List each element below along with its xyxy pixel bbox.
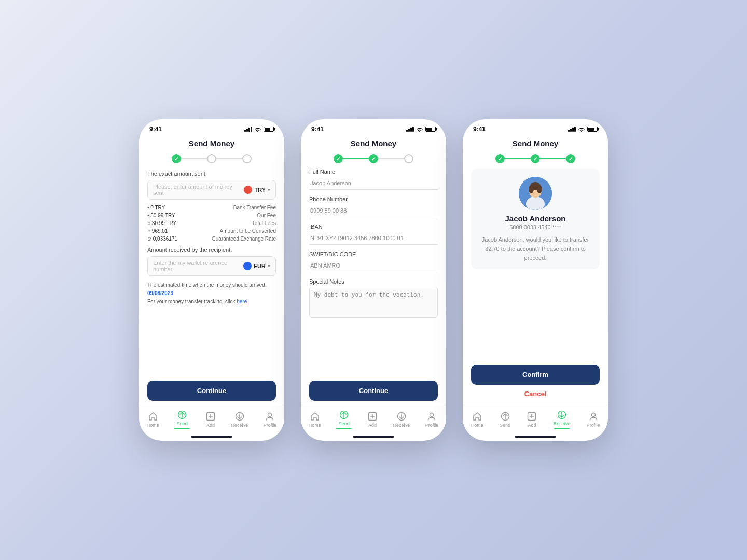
form-content-2: Full Name Phone Number IBAN SWIFT/BIC CO…	[301, 169, 446, 375]
nav-label-add-3: Add	[528, 423, 536, 428]
currency-badge-eur[interactable]: EUR ▾	[243, 262, 270, 270]
nav-add-2[interactable]: Add	[367, 411, 378, 428]
svg-point-7	[430, 413, 434, 417]
nav-profile-1[interactable]: Profile	[264, 411, 277, 428]
fee-value-2: Total Fees	[252, 220, 276, 226]
nav-label-home-1: Home	[147, 423, 159, 428]
nav-add-3[interactable]: Add	[527, 411, 537, 428]
svg-point-13	[537, 185, 542, 193]
fee-label-0: 0 TRY	[147, 205, 165, 211]
continue-button-2[interactable]: Continue	[309, 381, 438, 401]
step-2	[207, 154, 216, 163]
time-2: 9:41	[311, 125, 324, 133]
label-iban: IBAN	[309, 223, 438, 230]
nav-label-add-2: Add	[368, 423, 377, 428]
wifi-icon-3	[578, 127, 585, 132]
currency-badge-try[interactable]: TRY ▾	[244, 186, 270, 194]
nav-profile-3[interactable]: Profile	[587, 411, 600, 428]
field-notes: Special Notes My debt to you for the vac…	[309, 278, 438, 320]
avatar	[519, 177, 552, 210]
currency-try: TRY	[254, 187, 266, 193]
step-line-2	[216, 158, 242, 159]
input-phone[interactable]	[309, 204, 438, 217]
home-indicator-3	[515, 436, 556, 438]
input-swift[interactable]	[309, 259, 438, 272]
nav-receive-2[interactable]: Receive	[393, 411, 410, 428]
bottom-nav-1: Home Send Add	[139, 405, 284, 435]
wifi-icon	[254, 127, 261, 132]
form-content-1: The exact amount sent Please, enter amou…	[139, 169, 284, 375]
profile-icon-3	[588, 411, 599, 422]
nav-underline-2	[336, 428, 352, 429]
eur-flag	[243, 262, 252, 270]
nav-home-3[interactable]: Home	[471, 411, 483, 428]
step-3-2: ✓	[531, 154, 540, 163]
input-fullname[interactable]	[309, 177, 438, 190]
step-2-3	[404, 154, 413, 163]
recipient-placeholder: Enter the my wallet reference number	[153, 260, 243, 272]
bottom-nav-3: Home Send Add	[463, 405, 608, 435]
nav-label-home-2: Home	[309, 423, 321, 428]
confirm-account: 5800 0033 4540 ****	[509, 224, 561, 230]
nav-receive-3[interactable]: Receive	[554, 410, 571, 429]
status-icons-1	[244, 127, 274, 132]
fee-label-2: 30.99 TRY	[147, 220, 176, 226]
recipient-input-row[interactable]: Enter the my wallet reference number EUR…	[147, 256, 276, 276]
nav-send-2[interactable]: Send	[336, 410, 352, 429]
label-swift: SWIFT/BIC CODE	[309, 251, 438, 257]
step-1: ✓	[172, 154, 181, 163]
step-indicator-3: ✓ ✓ ✓	[463, 151, 608, 169]
nav-label-profile-3: Profile	[587, 423, 600, 428]
nav-add-1[interactable]: Add	[205, 411, 216, 428]
field-phone: Phone Number	[309, 196, 438, 217]
step-line-3-1	[505, 158, 531, 159]
add-icon-1	[205, 411, 216, 422]
profile-icon-2	[426, 411, 437, 422]
battery-icon-3	[587, 127, 598, 132]
step-2-2: ✓	[369, 154, 378, 163]
nav-label-home-3: Home	[471, 423, 483, 428]
wifi-icon-2	[416, 127, 423, 132]
nav-label-receive-3: Receive	[554, 421, 571, 426]
nav-label-send-1: Send	[177, 421, 188, 426]
home-indicator-2	[353, 436, 394, 438]
nav-label-send-3: Send	[500, 423, 510, 428]
status-icons-2	[406, 127, 436, 132]
confirm-button[interactable]: Confirm	[471, 365, 600, 385]
section2-label: Amount received by the recipient.	[147, 247, 276, 253]
phone-1: 9:41 Send Money ✓ The exact amount se	[139, 119, 284, 441]
form-content-3: Jacob Anderson 5800 0033 4540 **** Jacob…	[463, 169, 608, 360]
fee-row-0: 0 TRY Bank Transfer Fee	[147, 205, 276, 211]
fee-value-0: Bank Transfer Fee	[233, 205, 276, 211]
nav-home-1[interactable]: Home	[147, 411, 159, 428]
step-line-3-2	[540, 158, 566, 159]
receive-icon-2	[396, 411, 407, 422]
nav-label-profile-2: Profile	[425, 423, 439, 428]
estimated-date: 09/08/2023	[147, 290, 173, 296]
amount-input-row[interactable]: Please, enter amount of money sent TRY ▾	[147, 180, 276, 200]
fee-row-2: 30.99 TRY Total Fees	[147, 220, 276, 226]
nav-label-profile-1: Profile	[264, 423, 277, 428]
nav-home-2[interactable]: Home	[309, 411, 321, 428]
input-iban[interactable]	[309, 232, 438, 245]
fee-row-4: 0,0336171 Guaranteed Exchange Rate	[147, 236, 276, 242]
try-flag	[244, 186, 252, 194]
nav-send-3[interactable]: Send	[500, 411, 510, 428]
nav-send-1[interactable]: Send	[174, 410, 190, 429]
person-svg	[519, 177, 552, 210]
label-notes: Special Notes	[309, 278, 438, 285]
nav-receive-1[interactable]: Receive	[231, 411, 248, 428]
continue-button-1[interactable]: Continue	[147, 381, 276, 401]
home-indicator-1	[191, 436, 232, 438]
fee-value-4: Guaranteed Exchange Rate	[212, 236, 276, 242]
page-title-2: Send Money	[301, 135, 446, 151]
cancel-button[interactable]: Cancel	[471, 387, 600, 401]
home-icon-2	[310, 411, 320, 422]
tracking-link[interactable]: here	[237, 299, 247, 304]
signal-icon-2	[406, 127, 414, 132]
field-swift: SWIFT/BIC CODE	[309, 251, 438, 272]
svg-point-17	[591, 413, 595, 417]
input-notes[interactable]: My debt to you for the vacation.	[309, 287, 438, 318]
confirm-message: Jacob Anderson, would you like to transf…	[471, 235, 600, 263]
nav-profile-2[interactable]: Profile	[425, 411, 439, 428]
